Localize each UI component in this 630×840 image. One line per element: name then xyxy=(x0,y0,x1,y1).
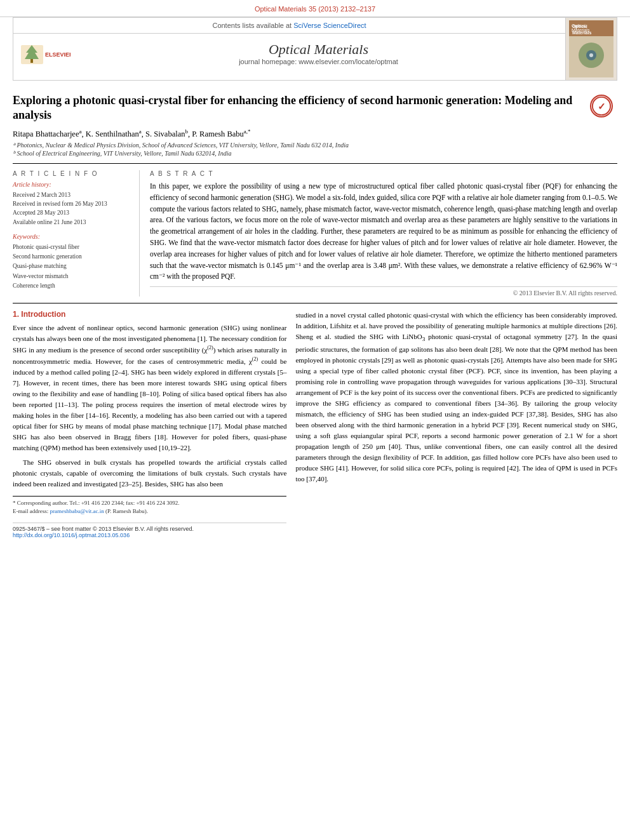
info-abstract-row: A R T I C L E I N F O Article history: R… xyxy=(13,170,617,297)
journal-homepage: journal homepage: www.elsevier.com/locat… xyxy=(78,58,559,65)
history-list: Received 2 March 2013 Received in revise… xyxy=(13,190,140,227)
journal-title-block: Optical Materials journal homepage: www.… xyxy=(78,41,559,65)
journal-reference: Optical Materials 35 (2013) 2132–2137 xyxy=(255,5,375,13)
contents-note: Contents lists available at xyxy=(212,22,292,29)
history-accepted: Accepted 28 May 2013 xyxy=(13,208,140,217)
header-logo-row: ELSEVIER Optical Materials journal homep… xyxy=(13,34,565,72)
copyright-line: © 2013 Elsevier B.V. All rights reserved… xyxy=(150,286,617,297)
keyword-3: Quasi-phase matching xyxy=(13,262,131,271)
elsevier-logo: ELSEVIER xyxy=(20,39,70,67)
keyword-4: Wave-vector mismatch xyxy=(13,272,131,281)
history-revised: Received in revised form 26 May 2013 xyxy=(13,199,140,208)
email-link[interactable]: prameshbabu@vit.ac.in xyxy=(50,508,104,514)
footer-doi: http://dx.doi.org/10.1016/j.optmat.2013.… xyxy=(13,532,286,538)
sciverse-note: Contents lists available at SciVerse Sci… xyxy=(13,18,565,34)
abstract-text: In this paper, we explore the possibilit… xyxy=(150,181,617,283)
abstract-header: A B S T R A C T xyxy=(150,170,617,177)
affiliation-b: ᵇ School of Electrical Engineering, VIT … xyxy=(13,150,617,157)
right-column: studied in a novel crystal called photon… xyxy=(295,310,617,538)
article-title: Exploring a photonic quasi-crystal fiber… xyxy=(13,93,617,123)
journal-title: Optical Materials xyxy=(78,41,559,58)
svg-text:✓: ✓ xyxy=(598,101,606,112)
article-info-header: A R T I C L E I N F O xyxy=(13,170,131,177)
article-info-column: A R T I C L E I N F O Article history: R… xyxy=(13,170,140,297)
journal-thumbnail: Optical Materials xyxy=(566,18,617,80)
history-online: Available online 21 June 2013 xyxy=(13,218,140,227)
affiliation-a: ᵃ Photonics, Nuclear & Medical Physics D… xyxy=(13,142,617,149)
footnote-email: E-mail address: prameshbabu@vit.ac.in (P… xyxy=(13,507,286,516)
top-bar: Optical Materials 35 (2013) 2132–2137 xyxy=(0,0,630,17)
keyword-2: Second harmonic generation xyxy=(13,252,131,262)
keywords-title: Keywords: xyxy=(13,233,131,240)
divider xyxy=(13,163,617,164)
page-content: Exploring a photonic quasi-crystal fiber… xyxy=(13,81,617,543)
right-para-1: studied in a novel crystal called photon… xyxy=(295,310,617,484)
keyword-5: Coherence length xyxy=(13,281,131,291)
intro-para-2: The SHG observed in bulk crystals has pr… xyxy=(13,457,286,490)
svg-text:Optical: Optical xyxy=(572,24,587,29)
svg-text:ELSEVIER: ELSEVIER xyxy=(45,51,70,58)
sciverse-link[interactable]: SciVerse ScienceDirect xyxy=(293,22,366,29)
history-received: Received 2 March 2013 xyxy=(13,190,140,199)
history-title: Article history: xyxy=(13,181,131,188)
intro-section-title: 1. Introduction xyxy=(13,310,286,319)
footer-issn: 0925-3467/$ – see front matter © 2013 El… xyxy=(13,526,286,532)
divider-2 xyxy=(13,303,617,303)
svg-rect-3 xyxy=(30,59,33,63)
footnote-section: * Corresponding author. Tel.: +91 416 22… xyxy=(13,496,286,515)
intro-body-text: Ever since the advent of nonlinear optic… xyxy=(13,323,286,490)
cover-image: Optical Materials xyxy=(569,20,613,77)
footer-bar: 0925-3467/$ – see front matter © 2013 El… xyxy=(13,523,286,538)
left-column: 1. Introduction Ever since the advent of… xyxy=(13,310,286,538)
right-body-text: studied in a novel crystal called photon… xyxy=(295,310,617,484)
abstract-column: A B S T R A C T In this paper, we explor… xyxy=(150,170,617,297)
svg-point-11 xyxy=(589,53,593,57)
keyword-1: Photonic quasi-crystal fiber xyxy=(13,243,131,252)
intro-para-1: Ever since the advent of nonlinear optic… xyxy=(13,323,286,453)
journal-header: Contents lists available at SciVerse Sci… xyxy=(13,17,617,81)
svg-text:Materials: Materials xyxy=(572,30,591,35)
main-body: 1. Introduction Ever since the advent of… xyxy=(13,310,617,538)
crossmark-icon: ✓ xyxy=(590,95,613,117)
crossmark-badge[interactable]: ✓ xyxy=(586,93,617,119)
authors-line: Ritapa Bhattacharjeea, K. Senthilnathana… xyxy=(13,128,617,139)
footnote-corresponding: * Corresponding author. Tel.: +91 416 22… xyxy=(13,499,286,507)
doi-link[interactable]: http://dx.doi.org/10.1016/j.optmat.2013.… xyxy=(13,532,130,538)
header-main: Contents lists available at SciVerse Sci… xyxy=(13,18,566,80)
